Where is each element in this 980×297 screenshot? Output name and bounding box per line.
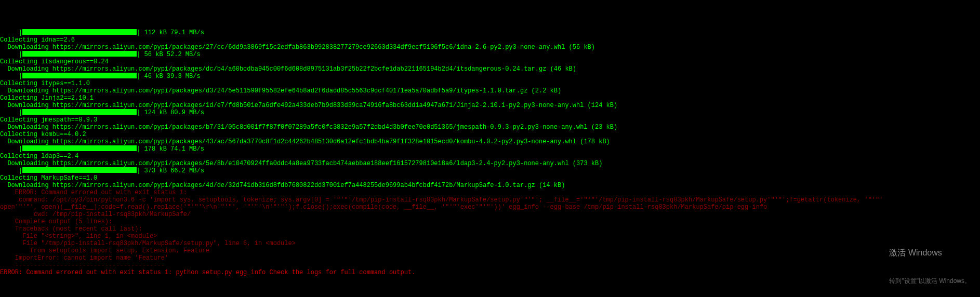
terminal-line: Collecting kombu==4.0.2 bbox=[0, 131, 980, 138]
progress-bar bbox=[22, 51, 137, 57]
watermark-subtitle: 转到"设置"以激活 Windows。 bbox=[889, 276, 971, 286]
progress-bar bbox=[22, 167, 137, 173]
progress-bar bbox=[22, 29, 137, 35]
progress-bar bbox=[22, 145, 137, 151]
terminal-line: Downloading https://mirrors.aliyun.com/p… bbox=[0, 87, 980, 95]
terminal-line: Collecting idna==2.6 bbox=[0, 36, 980, 44]
terminal-line: Complete output (5 lines): bbox=[0, 218, 980, 225]
terminal-line: || 56 kB 52.2 MB/s bbox=[0, 51, 980, 58]
progress-text: | 112 kB 79.1 MB/s bbox=[137, 29, 204, 36]
terminal-line: from setuptools import setup, Extension,… bbox=[0, 247, 980, 254]
terminal-line: Downloading https://mirrors.aliyun.com/p… bbox=[0, 124, 980, 131]
terminal-line: Collecting jmespath==0.9.3 bbox=[0, 116, 980, 124]
progress-prefix: | bbox=[0, 29, 22, 36]
progress-text: | 373 kB 66.2 MB/s bbox=[137, 167, 204, 174]
progress-bar bbox=[22, 73, 137, 78]
terminal-line: ERROR: Command errored out with exit sta… bbox=[0, 189, 980, 196]
terminal-line: cwd: /tmp/pip-install-rsq83pkh/MarkupSaf… bbox=[0, 211, 980, 218]
terminal-line: Collecting ldap3==2.4 bbox=[0, 153, 980, 160]
progress-text: | 124 kB 80.9 MB/s bbox=[137, 109, 204, 116]
terminal-line: || 373 kB 66.2 MB/s bbox=[0, 167, 980, 174]
progress-prefix: | bbox=[0, 145, 22, 153]
terminal-line: open'"'"', open)(__file__);code=f.read()… bbox=[0, 204, 980, 211]
terminal-line: || 112 kB 79.1 MB/s bbox=[0, 29, 980, 36]
progress-prefix: | bbox=[0, 167, 22, 174]
terminal-line: Downloading https://mirrors.aliyun.com/p… bbox=[0, 44, 980, 51]
terminal-line: Downloading https://mirrors.aliyun.com/p… bbox=[0, 65, 980, 73]
terminal-line: ERROR: Command errored out with exit sta… bbox=[0, 269, 980, 276]
progress-prefix: | bbox=[0, 73, 22, 80]
terminal-line: File "<string>", line 1, in <module> bbox=[0, 233, 980, 240]
terminal-line: Downloading https://mirrors.aliyun.com/p… bbox=[0, 160, 980, 167]
terminal-line: command: /opt/py3/bin/python3.6 -c 'impo… bbox=[0, 196, 980, 204]
terminal-line: ImportError: cannot import name 'Feature… bbox=[0, 254, 980, 262]
progress-text: | 46 kB 39.3 MB/s bbox=[137, 73, 200, 80]
terminal-line: Collecting itypes==1.1.0 bbox=[0, 80, 980, 87]
terminal-line: Collecting MarkupSafe==1.0 bbox=[0, 174, 980, 182]
terminal-line: || 46 kB 39.3 MB/s bbox=[0, 73, 980, 80]
progress-text: | 178 kB 74.1 MB/s bbox=[137, 145, 204, 153]
terminal-output: || 112 kB 79.1 MB/sCollecting idna==2.6 … bbox=[0, 29, 980, 276]
windows-activation-watermark: 激活 Windows 转到"设置"以激活 Windows。 bbox=[889, 230, 971, 295]
terminal-line: Downloading https://mirrors.aliyun.com/p… bbox=[0, 102, 980, 109]
progress-text: | 56 kB 52.2 MB/s bbox=[137, 51, 200, 58]
terminal-line: Collecting itsdangerous==0.24 bbox=[0, 58, 980, 65]
terminal-line: Downloading https://mirrors.aliyun.com/p… bbox=[0, 138, 980, 145]
terminal-line: || 178 kB 74.1 MB/s bbox=[0, 145, 980, 153]
terminal-line: ---------------------------------------- bbox=[0, 262, 980, 269]
progress-prefix: | bbox=[0, 51, 22, 58]
terminal-line: || 124 kB 80.9 MB/s bbox=[0, 109, 980, 116]
watermark-title: 激活 Windows bbox=[889, 248, 971, 258]
progress-prefix: | bbox=[0, 109, 22, 116]
terminal-line: Downloading https://mirrors.aliyun.com/p… bbox=[0, 182, 980, 189]
progress-bar bbox=[22, 109, 137, 115]
terminal-line: File "/tmp/pip-install-rsq83pkh/MarkupSa… bbox=[0, 240, 980, 247]
terminal-line: Collecting Jinja2==2.10.1 bbox=[0, 95, 980, 102]
terminal-line: Traceback (most recent call last): bbox=[0, 225, 980, 233]
